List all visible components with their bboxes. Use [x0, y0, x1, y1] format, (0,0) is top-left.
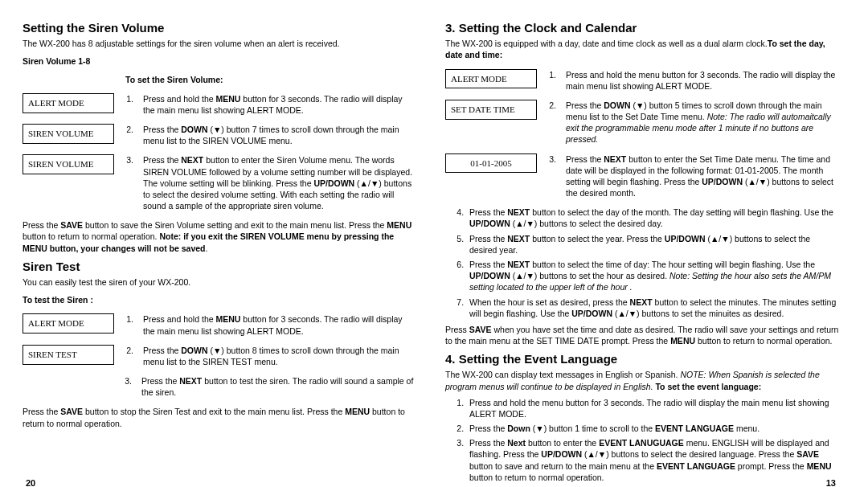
lcd-set-date-time: SET DATE TIME: [445, 100, 537, 120]
lcd-empty: [23, 375, 113, 382]
clk-step6: Press the NEXT button to select the time…: [466, 259, 839, 293]
lang-step2: Press the Down (▼) button 1 time to scro…: [466, 423, 839, 434]
clk-save: Press SAVE when you have set the time an…: [445, 324, 839, 346]
siren-test-intro: You can easily test the siren of your WX…: [23, 276, 416, 288]
right-page: 3. Setting the Clock and Calendar The WX…: [445, 20, 839, 486]
st-row-1: ALERT MODE 1. Press and hold the MENU bu…: [23, 313, 416, 336]
siren-test-sub: To test the Siren :: [23, 294, 416, 305]
sv-save: Press the SAVE button to save the Siren …: [23, 219, 416, 254]
clk-step2: Press the DOWN (▼) button 5 times to scr…: [566, 100, 839, 145]
clk-step1: Press and hold the menu button for 3 sec…: [566, 69, 839, 92]
lcd-date: 01-01-2005: [445, 153, 537, 174]
step-number: 2.: [545, 100, 558, 111]
siren-volume-title: Setting the Siren Volume: [23, 20, 416, 36]
sv-row-2: SIREN VOLUME 2. Press the DOWN (▼) butto…: [23, 124, 416, 146]
step-number: 3.: [122, 154, 135, 166]
clk-row-1: ALERT MODE 1. Press and hold the menu bu…: [445, 69, 839, 92]
clock-steps-continued: Press the NEXT button to select the day …: [466, 207, 839, 319]
step-number: 3.: [121, 375, 133, 387]
left-page: Setting the Siren Volume The WX-200 has …: [23, 20, 416, 486]
lang-intro: The WX-200 can display text messages in …: [445, 369, 839, 391]
lcd-alert-mode: ALERT MODE: [23, 313, 114, 334]
st-step2: Press the DOWN (▼) button 8 times to scr…: [143, 345, 416, 367]
clk-step4: Press the NEXT button to select the day …: [466, 207, 839, 229]
step-number: 1.: [122, 313, 135, 325]
clk-step5: Press the NEXT button to select the year…: [466, 233, 839, 256]
lcd-siren-test: SIREN TEST: [23, 345, 114, 365]
clock-title: 3. Setting the Clock and Calendar: [445, 20, 839, 36]
sv-step3: Press the NEXT button to enter the Siren…: [143, 154, 416, 211]
st-row-2: SIREN TEST 2. Press the DOWN (▼) button …: [23, 345, 416, 367]
sv-row-1: ALERT MODE 1. Press and hold the MENU bu…: [23, 93, 416, 116]
page-number-right: 13: [826, 477, 836, 487]
siren-volume-sub2: To set the Siren Volume:: [125, 74, 416, 85]
lang-steps: Press and hold the menu button for 3 sec…: [466, 397, 839, 483]
clock-intro: The WX-200 is equipped with a day, date …: [445, 38, 839, 60]
lang-title: 4. Setting the Event Language: [445, 351, 839, 367]
clk-row-2: SET DATE TIME 2. Press the DOWN (▼) butt…: [445, 100, 839, 145]
siren-volume-sub1: Siren Volume 1-8: [23, 55, 416, 67]
clk-step7: When the hour is set as desired, press t…: [466, 297, 839, 319]
siren-volume-intro: The WX-200 has 8 adjustable settings for…: [23, 38, 416, 49]
st-save: Press the SAVE button to stop the Siren …: [23, 406, 416, 428]
step-number: 3.: [545, 153, 558, 165]
lang-step3: Press the Next button to enter the EVENT…: [466, 437, 839, 483]
lcd-siren-volume-2: SIREN VOLUME: [23, 154, 114, 174]
siren-test-title: Siren Test: [23, 259, 416, 275]
lcd-alert-mode: ALERT MODE: [23, 93, 114, 113]
step-number: 2.: [122, 345, 135, 356]
lang-step1: Press and hold the menu button for 3 sec…: [466, 397, 839, 419]
step-number: 1.: [122, 93, 135, 104]
st-row-3: 3. Press the NEXT button to test the sir…: [23, 375, 416, 398]
st-step1: Press and hold the MENU button for 3 sec…: [143, 313, 416, 336]
clk-step3: Press the NEXT button to enter the Set T…: [566, 153, 839, 199]
st-step3: Press the NEXT button to test the siren.…: [141, 375, 416, 398]
clk-row-3: 01-01-2005 3. Press the NEXT button to e…: [445, 153, 839, 199]
step-number: 2.: [122, 124, 135, 135]
page-number-left: 20: [26, 477, 35, 487]
sv-step1: Press and hold the MENU button for 3 sec…: [143, 93, 416, 116]
lcd-siren-volume: SIREN VOLUME: [23, 124, 114, 144]
sv-row-3: SIREN VOLUME 3. Press the NEXT button to…: [23, 154, 416, 211]
sv-step2: Press the DOWN (▼) button 7 times to scr…: [143, 124, 416, 146]
step-number: 1.: [545, 69, 558, 80]
lcd-alert-mode: ALERT MODE: [445, 69, 537, 89]
